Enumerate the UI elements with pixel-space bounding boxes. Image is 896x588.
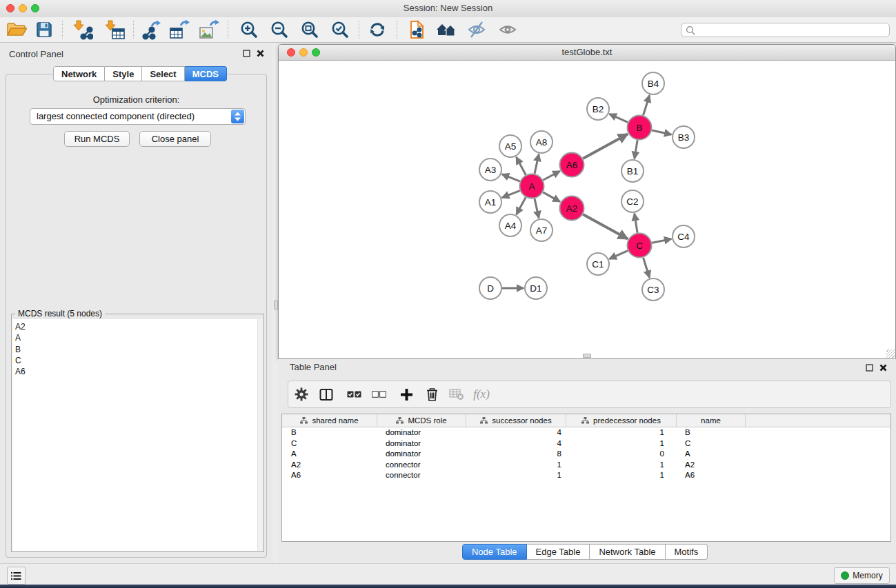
table-cell[interactable]: 1 — [566, 427, 677, 438]
criterion-dropdown[interactable]: largest connected component (directed) — [30, 108, 246, 125]
network-canvas[interactable]: B4B2BB3A5A8A6A3B1AC2A1A2A4A7C4CC1C3DD1 — [279, 61, 895, 358]
graph-node-A[interactable]: A — [520, 174, 544, 199]
open-session-button[interactable] — [4, 19, 29, 41]
table-cell[interactable]: A2 — [282, 460, 377, 471]
table-cell[interactable]: 4 — [466, 427, 566, 438]
graph-edge-A-A2[interactable] — [543, 192, 560, 202]
import-network-button[interactable] — [70, 19, 95, 41]
home-button[interactable] — [434, 19, 459, 41]
graph-node-D1[interactable]: D1 — [525, 277, 547, 299]
graph-node-B[interactable]: B — [628, 116, 652, 140]
table-cell[interactable]: 0 — [566, 449, 677, 460]
graph-edge-A2-C[interactable] — [583, 214, 628, 239]
close-table-panel-icon[interactable] — [879, 364, 887, 372]
graph-edge-A-A8[interactable] — [535, 154, 539, 174]
graph-edge-A-A4[interactable] — [517, 197, 526, 214]
close-panel-button[interactable]: Close panel — [139, 131, 211, 147]
graph-edge-A-A6[interactable] — [543, 171, 560, 180]
table-cell[interactable]: 1 — [566, 470, 677, 481]
graph-node-A3[interactable]: A3 — [479, 159, 501, 181]
table-cell[interactable]: A6 — [282, 470, 377, 481]
graph-node-B1[interactable]: B1 — [621, 160, 644, 182]
zoom-in-button[interactable] — [237, 19, 261, 41]
graph-node-D[interactable]: D — [479, 277, 501, 299]
zoom-out-button[interactable] — [267, 19, 292, 41]
graph-node-C3[interactable]: C3 — [642, 278, 664, 301]
result-scrollbar[interactable] — [257, 319, 263, 551]
control-tab-style[interactable]: Style — [105, 66, 142, 81]
run-mcds-button[interactable]: Run MCDS — [64, 131, 130, 147]
table-tab-network-table[interactable]: Network Table — [590, 544, 665, 560]
graph-node-B4[interactable]: B4 — [642, 72, 664, 94]
float-table-panel-icon[interactable] — [866, 364, 873, 372]
mcds-result-item[interactable]: A2 — [15, 321, 257, 332]
graph-edge-A-A1[interactable] — [502, 191, 520, 198]
graph-edge-B-B2[interactable] — [609, 114, 628, 122]
table-row[interactable]: Adominator80A — [282, 449, 890, 460]
mcds-result-item[interactable]: A — [15, 332, 257, 343]
control-tab-mcds[interactable]: MCDS — [185, 66, 227, 81]
select-all-button[interactable] — [342, 381, 366, 407]
search-input[interactable] — [681, 23, 890, 37]
vertical-splitter-handle[interactable] — [274, 301, 278, 310]
export-image-button[interactable] — [197, 19, 221, 41]
table-cell[interactable]: 8 — [466, 449, 566, 460]
graph-node-B2[interactable]: B2 — [587, 98, 609, 120]
refresh-button[interactable] — [365, 19, 390, 41]
table-cell[interactable]: A6 — [677, 470, 746, 481]
table-tab-motifs[interactable]: Motifs — [666, 544, 708, 560]
column-header-name[interactable]: name — [677, 414, 746, 427]
table-cell[interactable]: C — [677, 438, 746, 449]
table-cell[interactable]: dominator — [377, 427, 466, 438]
table-cell[interactable]: 1 — [566, 460, 677, 471]
table-row[interactable]: Bdominator41B — [282, 427, 890, 438]
table-cell[interactable]: 1 — [466, 460, 566, 471]
zoom-selected-button[interactable] — [328, 19, 352, 41]
graph-edge-A-A5[interactable] — [517, 157, 526, 175]
share-document-button[interactable] — [405, 19, 430, 41]
control-tab-select[interactable]: Select — [142, 66, 184, 81]
table-cell[interactable]: 1 — [566, 438, 677, 449]
deselect-all-button[interactable] — [367, 381, 390, 407]
table-row[interactable]: A2connector11A2 — [282, 460, 890, 471]
table-tab-node-table[interactable]: Node Table — [462, 544, 527, 560]
horizontal-splitter-handle[interactable] — [583, 354, 591, 358]
export-network-button[interactable] — [138, 19, 163, 41]
graph-node-C[interactable]: C — [628, 234, 652, 258]
graph-edge-B-B4[interactable] — [644, 95, 650, 115]
zoom-fit-button[interactable] — [297, 19, 322, 41]
table-cell[interactable]: dominator — [377, 438, 466, 449]
graph-node-A5[interactable]: A5 — [499, 135, 521, 157]
add-column-button[interactable] — [395, 381, 418, 407]
task-history-button[interactable] — [7, 567, 26, 585]
show-graphics-details-button[interactable] — [495, 19, 520, 41]
column-header-predecessor-nodes[interactable]: predecessor nodes — [566, 414, 677, 427]
mcds-result-item[interactable]: C — [15, 355, 257, 366]
table-cell[interactable]: 4 — [466, 438, 566, 449]
graph-edge-C-C3[interactable] — [644, 258, 650, 278]
graph-edge-A-A3[interactable] — [502, 174, 520, 181]
graph-node-A8[interactable]: A8 — [530, 131, 552, 153]
column-header-successor-nodes[interactable]: successor nodes — [466, 414, 566, 427]
table-cell[interactable]: A — [677, 449, 746, 460]
table-cell[interactable]: C — [282, 438, 377, 449]
graph-node-A2[interactable]: A2 — [560, 196, 584, 221]
function-builder-button[interactable]: f(x) — [470, 381, 493, 407]
table-row[interactable]: Cdominator41C — [282, 438, 890, 449]
table-cell[interactable]: B — [282, 427, 377, 438]
table-cell[interactable]: dominator — [377, 449, 466, 460]
table-cell[interactable]: A2 — [677, 460, 746, 471]
delete-column-button[interactable] — [420, 381, 444, 407]
table-row[interactable]: A6connector11A6 — [282, 470, 890, 481]
mcds-result-item[interactable]: B — [15, 344, 257, 355]
table-cell[interactable]: B — [677, 427, 746, 438]
column-header-shared-name[interactable]: shared name — [282, 414, 377, 427]
graph-node-A6[interactable]: A6 — [560, 153, 584, 177]
graph-edge-C-C4[interactable] — [652, 239, 671, 243]
float-panel-icon[interactable] — [243, 50, 250, 57]
window-resize-grip[interactable] — [886, 349, 895, 358]
graph-node-C4[interactable]: C4 — [673, 225, 695, 247]
graph-node-C1[interactable]: C1 — [587, 253, 609, 275]
save-session-button[interactable] — [32, 19, 57, 41]
table-settings-button[interactable] — [290, 381, 313, 407]
